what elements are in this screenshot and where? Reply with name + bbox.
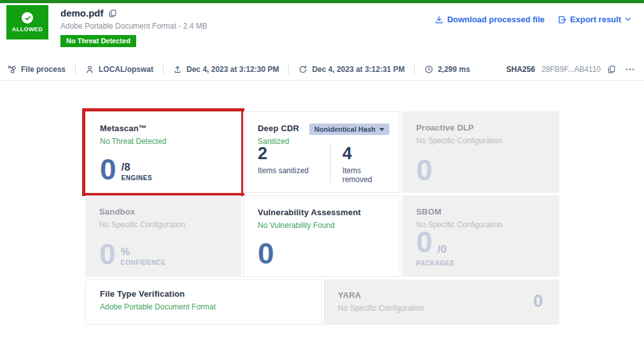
card-subtitle: No Specific Configuration [99, 220, 231, 229]
toolbar-item-user[interactable]: LOCAL/opswat [85, 65, 153, 74]
header: ALLOWED demo.pdf Adobe Portable Document… [0, 3, 644, 47]
toolbar-divider [414, 64, 415, 74]
copy-hash-icon[interactable] [607, 65, 616, 74]
card-title: Metascan™ [100, 124, 230, 133]
hash-algorithm-label: SHA256 [506, 65, 535, 74]
card-subtitle: Adobe Portable Document Format [100, 302, 311, 311]
toolbar-label: LOCAL/opswat [99, 65, 153, 74]
status-badge-label: ALLOWED [12, 26, 43, 32]
export-icon [557, 15, 566, 24]
sandbox-percent-sign: % [121, 246, 166, 257]
nonidentical-hash-dropdown[interactable]: Nonidentical Hash [309, 124, 389, 135]
toolbar-label: Dec 4, 2023 at 3:12:31 PM [312, 65, 404, 74]
toolbar-item-file-process[interactable]: File process [8, 65, 66, 74]
card-subtitle: No Specific Configuration [416, 220, 549, 229]
more-options-button[interactable] [625, 65, 635, 74]
card-title: SBOM [416, 207, 549, 216]
card-file-type-verification[interactable]: File Type Verification Adobe Portable Do… [85, 280, 322, 325]
card-proactive-dlp[interactable]: Proactive DLP No Specific Configuration … [402, 111, 559, 193]
toolbar-label: 2,299 ms [438, 65, 470, 74]
toolbar-label: File process [21, 65, 66, 74]
toolbar-label: Dec 4, 2023 at 3:12:30 PM [186, 65, 279, 74]
download-processed-file-button[interactable]: Download processed file [435, 15, 545, 24]
hash-section: SHA256 28FB9F...AB4110 [506, 65, 635, 74]
file-info: demo.pdf Adobe Portable Document Format … [60, 5, 207, 47]
workflow-icon [8, 65, 17, 74]
sandbox-value: 0 [99, 243, 115, 267]
sbom-value: 0 [416, 230, 432, 255]
stat-value: 4 [342, 146, 389, 161]
stat-value: 2 [258, 146, 330, 161]
upload-icon [173, 65, 182, 74]
hash-value: 28FB9F...AB4110 [542, 65, 601, 74]
card-title: Vulnerability Assessment [258, 208, 389, 217]
export-label: Export result [570, 15, 621, 24]
card-yara[interactable]: YARA No Specific Configuration 0 [324, 280, 559, 325]
toolbar-item-upload-time[interactable]: Dec 4, 2023 at 3:12:30 PM [173, 65, 279, 74]
file-meta: Adobe Portable Document Format - 2.4 MB [60, 22, 207, 31]
dropdown-label: Nonidentical Hash [314, 125, 375, 133]
toolbar-divider [163, 64, 164, 74]
refresh-icon [298, 65, 307, 74]
card-sandbox[interactable]: Sandbox No Specific Configuration 0 % CO… [85, 195, 241, 277]
card-subtitle: No Specific Configuration [416, 136, 549, 145]
card-subtitle: No Vulnerability Found [258, 221, 389, 230]
chevron-down-icon [625, 17, 631, 22]
file-name: demo.pdf [60, 8, 104, 18]
status-badge: ALLOWED [6, 5, 48, 39]
card-subtitle: No Specific Configuration [338, 304, 424, 313]
card-vulnerability-assessment[interactable]: Vulnerability Assessment No Vulnerabilit… [243, 195, 400, 277]
check-icon [22, 12, 33, 24]
card-title: YARA [338, 290, 424, 300]
header-actions: Download processed file Export result [435, 15, 631, 24]
card-title: Deep CDR [258, 124, 299, 133]
sandbox-unit-label: CONFIDENCE [121, 260, 166, 266]
vulnerability-count: 0 [258, 237, 274, 270]
toolbar-divider [75, 64, 76, 74]
download-label: Download processed file [447, 15, 545, 24]
stat-items-sanitized: 2 Items sanitized [258, 146, 330, 184]
sbom-package-total: /0 [438, 244, 447, 255]
caret-down-icon [379, 128, 384, 131]
toolbar-item-duration[interactable]: 2,299 ms [424, 65, 470, 74]
proactive-dlp-value: 0 [416, 153, 432, 187]
user-icon [85, 65, 94, 74]
stat-label: Items removed [342, 166, 389, 184]
toolbar-divider [288, 64, 289, 74]
sbom-unit-label: PACKAGES [416, 260, 549, 267]
card-title: Proactive DLP [416, 123, 549, 132]
metascan-detections-value: 0 [100, 158, 116, 182]
metascan-engine-total: /8 [122, 162, 153, 173]
card-metascan[interactable]: Metascan™ No Threat Detected 0 /8 ENGINE… [85, 111, 241, 193]
stat-label: Items sanitized [258, 166, 330, 175]
card-title: Sandbox [99, 207, 231, 216]
card-subtitle: No Threat Detected [100, 137, 230, 146]
download-icon [435, 15, 444, 24]
card-deep-cdr[interactable]: Deep CDR Sanitized Nonidentical Hash 2 I… [243, 111, 400, 193]
clock-icon [424, 65, 433, 74]
stat-items-removed: 4 Items removed [331, 146, 389, 184]
toolbar-item-processed-time[interactable]: Dec 4, 2023 at 3:12:31 PM [298, 65, 404, 74]
metascan-unit-label: ENGINES [122, 175, 153, 181]
card-sbom[interactable]: SBOM No Specific Configuration 0 /0 PACK… [402, 195, 559, 277]
results-grid: Metascan™ No Threat Detected 0 /8 ENGINE… [85, 111, 560, 325]
copy-filename-icon[interactable] [108, 9, 117, 18]
export-result-button[interactable]: Export result [557, 15, 631, 24]
process-toolbar: File process LOCAL/opswat Dec 4, 2023 at… [0, 62, 644, 81]
threat-badge: No Threat Detected [60, 35, 136, 47]
card-title: File Type Verification [100, 289, 311, 299]
yara-match-count: 0 [533, 292, 543, 311]
